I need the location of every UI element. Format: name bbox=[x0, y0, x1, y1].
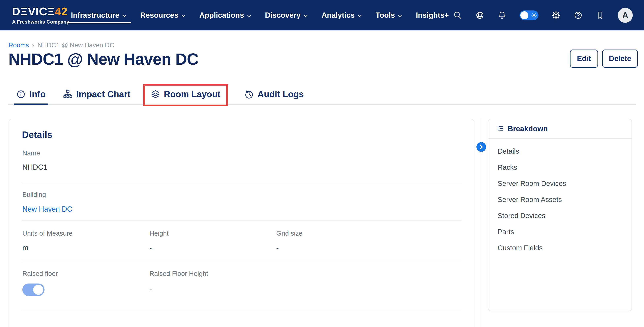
active-tab-underline bbox=[14, 104, 48, 105]
raised-floor-toggle-knob bbox=[33, 285, 43, 295]
theme-toggle-knob bbox=[520, 11, 528, 19]
breakdown-title: Breakdown bbox=[508, 125, 548, 133]
menu-label: Infrastructure bbox=[71, 11, 120, 20]
raised-floor-height-value: - bbox=[150, 285, 152, 294]
tab-info[interactable]: Info bbox=[14, 84, 48, 104]
page-title: NHDC1 @ New Haven DC bbox=[8, 50, 198, 68]
menu-label: Tools bbox=[376, 11, 395, 20]
audit-history-icon bbox=[244, 90, 254, 99]
tab-label: Impact Chart bbox=[76, 89, 130, 99]
menu-label: Discovery bbox=[265, 11, 301, 20]
logo-wordmark: DΞVICΞ42 bbox=[12, 6, 60, 17]
tab-bar: Info Impact Chart Room Layout Audit Logs bbox=[8, 84, 636, 105]
raised-floor-label: Raised floor bbox=[22, 270, 58, 278]
room-layout-layers-icon bbox=[151, 90, 160, 99]
menu-label: Applications bbox=[199, 11, 244, 20]
breadcrumb-current: NHDC1 @ New Haven DC bbox=[38, 42, 114, 49]
breadcrumb: Rooms › NHDC1 @ New Haven DC bbox=[8, 42, 114, 49]
menu-insights[interactable]: Insights+ bbox=[413, 0, 452, 30]
main-menu: Infrastructure Resources Applications Di… bbox=[68, 0, 452, 30]
breakdown-item-server-room-assets[interactable]: Server Room Assets bbox=[488, 192, 632, 208]
breakdown-item-server-room-devices[interactable]: Server Room Devices bbox=[488, 176, 632, 192]
grid-size-label: Grid size bbox=[276, 230, 302, 237]
breakdown-item-parts[interactable]: Parts bbox=[488, 224, 632, 240]
list-tree-icon bbox=[496, 125, 504, 133]
search-icon[interactable] bbox=[453, 11, 462, 20]
chevron-down-icon bbox=[398, 14, 402, 17]
chevron-right-icon bbox=[479, 144, 483, 150]
menu-label: Analytics bbox=[322, 11, 355, 20]
tab-audit-logs[interactable]: Audit Logs bbox=[242, 84, 306, 104]
breakdown-item-details[interactable]: Details bbox=[488, 143, 632, 159]
name-value: NHDC1 bbox=[22, 163, 47, 172]
building-label: Building bbox=[22, 191, 46, 198]
active-menu-underline bbox=[67, 22, 131, 23]
panel-collapse-button[interactable] bbox=[476, 142, 486, 152]
details-heading: Details bbox=[22, 129, 52, 140]
divider bbox=[22, 183, 461, 183]
breakdown-list: Details Racks Server Room Devices Server… bbox=[488, 139, 632, 256]
building-link[interactable]: New Haven DC bbox=[22, 205, 72, 214]
navbar-actions: A bbox=[453, 8, 644, 23]
bookmark-icon[interactable] bbox=[596, 11, 605, 20]
units-of-measure-value: m bbox=[22, 244, 28, 252]
globe-icon[interactable] bbox=[475, 11, 484, 20]
divider bbox=[22, 261, 461, 261]
gear-icon[interactable] bbox=[551, 11, 561, 20]
logo-tagline: A Freshworks Company bbox=[12, 19, 60, 25]
breakdown-panel: Breakdown Details Racks Server Room Devi… bbox=[488, 119, 632, 311]
chevron-down-icon bbox=[247, 14, 251, 17]
impact-chart-icon bbox=[63, 90, 73, 99]
chevron-down-icon bbox=[304, 14, 308, 17]
help-icon[interactable] bbox=[574, 11, 583, 20]
breadcrumb-rooms-link[interactable]: Rooms bbox=[8, 42, 29, 49]
breakdown-item-stored-devices[interactable]: Stored Devices bbox=[488, 208, 632, 224]
device42-logo[interactable]: DΞVICΞ42 A Freshworks Company bbox=[12, 6, 60, 25]
menu-label: Insights+ bbox=[416, 11, 449, 20]
raised-floor-toggle[interactable] bbox=[22, 284, 44, 296]
chevron-down-icon bbox=[181, 14, 186, 17]
menu-analytics[interactable]: Analytics bbox=[319, 0, 365, 30]
chevron-down-icon bbox=[122, 14, 127, 17]
tab-label: Audit Logs bbox=[258, 89, 304, 99]
tab-impact-chart[interactable]: Impact Chart bbox=[60, 84, 133, 104]
logo-brand-text: DΞVICΞ bbox=[12, 5, 55, 18]
breakdown-header: Breakdown bbox=[488, 119, 632, 139]
menu-resources[interactable]: Resources bbox=[138, 0, 188, 30]
menu-tools[interactable]: Tools bbox=[373, 0, 405, 30]
menu-infrastructure[interactable]: Infrastructure bbox=[68, 0, 130, 30]
menu-applications[interactable]: Applications bbox=[196, 0, 254, 30]
menu-discovery[interactable]: Discovery bbox=[262, 0, 311, 30]
height-label: Height bbox=[150, 230, 168, 237]
details-card: Details Name NHDC1 Building New Haven DC… bbox=[9, 119, 474, 327]
tab-label: Room Layout bbox=[164, 89, 220, 99]
logo-42-text: 42 bbox=[55, 5, 68, 18]
tab-label: Info bbox=[30, 89, 46, 99]
sun-icon bbox=[531, 12, 537, 18]
breadcrumb-separator: › bbox=[32, 42, 34, 49]
divider bbox=[22, 220, 461, 221]
info-icon bbox=[16, 90, 26, 99]
units-of-measure-label: Units of Measure bbox=[22, 230, 72, 237]
menu-label: Resources bbox=[140, 11, 178, 20]
bell-icon[interactable] bbox=[498, 11, 507, 20]
divider bbox=[22, 310, 461, 310]
avatar-letter: A bbox=[622, 11, 628, 20]
name-label: Name bbox=[22, 150, 40, 157]
height-value: - bbox=[150, 244, 152, 252]
raised-floor-height-label: Raised Floor Height bbox=[150, 270, 208, 278]
chevron-down-icon bbox=[358, 14, 362, 17]
delete-button[interactable]: Delete bbox=[602, 50, 638, 68]
avatar[interactable]: A bbox=[618, 8, 633, 23]
grid-size-value: - bbox=[276, 244, 279, 252]
theme-toggle[interactable] bbox=[520, 10, 538, 20]
top-navbar: DΞVICΞ42 A Freshworks Company Infrastruc… bbox=[0, 0, 644, 30]
breakdown-item-racks[interactable]: Racks bbox=[488, 159, 632, 176]
breakdown-item-custom-fields[interactable]: Custom Fields bbox=[488, 240, 632, 256]
edit-button[interactable]: Edit bbox=[570, 50, 598, 68]
tab-room-layout[interactable]: Room Layout bbox=[148, 84, 223, 104]
